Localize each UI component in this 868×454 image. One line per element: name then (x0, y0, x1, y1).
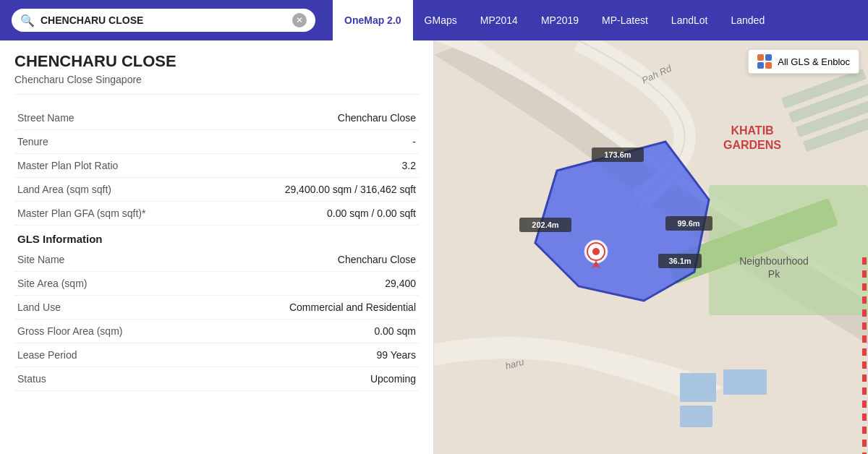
table-row: Tenure - (14, 130, 419, 154)
map-area[interactable]: 173.6m 202.4m 99.6m 36.1m Pah Rd KHATIB … (434, 40, 868, 454)
field-label: Lease Period (14, 343, 217, 367)
field-value: Upcoming (217, 367, 420, 391)
field-value: 29,400.00 sqm / 316,462 sqft (217, 178, 420, 202)
tab-landed[interactable]: Landed (719, 0, 776, 40)
field-label: Status (14, 367, 217, 391)
svg-text:202.4m: 202.4m (532, 220, 559, 229)
table-row: Status Upcoming (14, 367, 419, 391)
field-label: Land Use (14, 296, 217, 320)
panel-toggles: > < (423, 226, 434, 269)
svg-rect-5 (723, 369, 767, 395)
svg-text:36.1m: 36.1m (668, 257, 691, 265)
table-row: Land Use Commercial and Residential (14, 296, 419, 320)
svg-text:Pk: Pk (768, 268, 780, 280)
table-row: Gross Floor Area (sqm) 0.00 sqm (14, 320, 419, 343)
field-label: Master Plan GFA (sqm sqft)* (14, 202, 217, 226)
field-label: Master Plan Plot Ratio (14, 154, 217, 178)
field-label: Site Name (14, 248, 217, 272)
svg-text:KHATIB: KHATIB (731, 124, 773, 137)
tab-landlot[interactable]: LandLot (660, 0, 720, 40)
svg-text:Neighbourhood: Neighbourhood (739, 255, 809, 267)
location-title: CHENCHARU CLOSE (14, 52, 419, 71)
location-subtitle: Chencharu Close Singapore (14, 74, 419, 95)
svg-text:173.6m: 173.6m (604, 150, 631, 159)
tab-gmaps[interactable]: GMaps (413, 0, 469, 40)
tab-mp2014[interactable]: MP2014 (469, 0, 529, 40)
main-content: CHENCHARU CLOSE Chencharu Close Singapor… (0, 40, 868, 454)
svg-rect-6 (680, 406, 712, 427)
tab-onemap[interactable]: OneMap 2.0 (333, 0, 413, 40)
info-table: Street Name Chencharu Close Tenure - Mas… (14, 106, 419, 226)
svg-text:GARDENS: GARDENS (723, 139, 781, 151)
table-row: Master Plan GFA (sqm sqft)* 0.00 sqm / 0… (14, 202, 419, 226)
field-value: 0.00 sqm (217, 320, 420, 343)
search-icon: 🔍 (20, 14, 35, 27)
field-value: 29,400 (217, 272, 420, 296)
table-row: Land Area (sqm sqft) 29,400.00 sqm / 316… (14, 178, 419, 202)
gls-info-table: Site Name Chencharu Close Site Area (sqm… (14, 248, 419, 391)
table-row: Lease Period 99 Years (14, 343, 419, 367)
field-value: 0.00 sqm / 0.00 sqft (217, 202, 420, 226)
field-value: Commercial and Residential (217, 296, 420, 320)
left-panel: CHENCHARU CLOSE Chencharu Close Singapor… (0, 40, 434, 454)
svg-rect-4 (680, 373, 716, 402)
gls-icon (757, 54, 772, 69)
field-label: Land Area (sqm sqft) (14, 178, 217, 202)
gls-enbloc-button[interactable]: All GLS & Enbloc (748, 49, 859, 74)
search-input[interactable]: CHENCHARU CLOSE (41, 14, 286, 26)
search-bar: 🔍 CHENCHARU CLOSE ✕ (12, 9, 315, 32)
table-row: Street Name Chencharu Close (14, 106, 419, 130)
field-value: 3.2 (217, 154, 420, 178)
field-value: - (217, 130, 420, 154)
svg-point-22 (592, 248, 600, 255)
navbar: 🔍 CHENCHARU CLOSE ✕ OneMap 2.0 GMaps MP2… (0, 0, 868, 40)
search-clear-button[interactable]: ✕ (292, 13, 307, 27)
gls-section-title: GLS Information (14, 226, 419, 248)
nav-tabs: OneMap 2.0 GMaps MP2014 MP2019 MP-Latest… (333, 0, 776, 40)
field-label: Tenure (14, 130, 217, 154)
table-row: Master Plan Plot Ratio 3.2 (14, 154, 419, 178)
tab-mp2019[interactable]: MP2019 (529, 0, 590, 40)
field-value: Chencharu Close (217, 106, 420, 130)
map-svg: 173.6m 202.4m 99.6m 36.1m Pah Rd KHATIB … (434, 40, 868, 454)
table-row: Site Area (sqm) 29,400 (14, 272, 419, 296)
gls-button-label: All GLS & Enbloc (778, 56, 850, 67)
field-label: Gross Floor Area (sqm) (14, 320, 217, 343)
field-label: Street Name (14, 106, 217, 130)
field-value: 99 Years (217, 343, 420, 367)
field-value: Chencharu Close (217, 248, 420, 272)
svg-text:99.6m: 99.6m (677, 219, 699, 228)
field-label: Site Area (sqm) (14, 272, 217, 296)
table-row: Site Name Chencharu Close (14, 248, 419, 272)
tab-mplatest[interactable]: MP-Latest (590, 0, 660, 40)
